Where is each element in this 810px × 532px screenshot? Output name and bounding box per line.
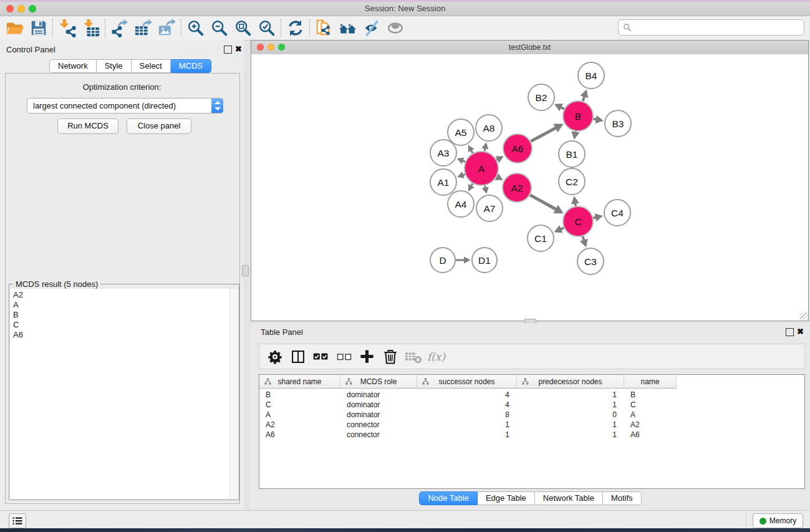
edge-A-A5[interactable] bbox=[468, 145, 475, 153]
open-session-icon[interactable] bbox=[3, 17, 27, 39]
column-header-successor-nodes[interactable]: successor nodes bbox=[417, 375, 517, 388]
birdseye-icon[interactable] bbox=[383, 17, 407, 39]
edge-C-C1[interactable] bbox=[554, 225, 564, 233]
homes-icon[interactable] bbox=[336, 17, 360, 39]
edge-C-C2[interactable] bbox=[571, 196, 579, 206]
table-float-panel-icon[interactable] bbox=[786, 328, 794, 336]
tab-style[interactable]: Style bbox=[97, 59, 132, 73]
node-C3[interactable]: C3 bbox=[577, 248, 604, 274]
edge-A6-B[interactable] bbox=[531, 123, 563, 141]
memory-button[interactable]: Memory bbox=[753, 513, 803, 528]
table-row[interactable]: A2connector11A2 bbox=[259, 420, 804, 430]
table-row[interactable]: Bdominator41B bbox=[259, 390, 804, 400]
delete-column-icon[interactable] bbox=[378, 346, 402, 368]
tab-node-table[interactable]: Node Table bbox=[419, 491, 478, 505]
select-all-columns-icon[interactable] bbox=[309, 346, 332, 368]
node-B4[interactable]: B4 bbox=[578, 62, 604, 89]
mcds-result-item[interactable]: C bbox=[13, 320, 230, 330]
mcds-result-item[interactable]: B bbox=[13, 310, 230, 320]
network-canvas[interactable]: AA1A2A3A4A5A6A7A8BB1B2B3B4CC1C2C3C4DD1 bbox=[251, 54, 808, 321]
node-A4[interactable]: A4 bbox=[448, 191, 474, 217]
node-A2[interactable]: A2 bbox=[503, 173, 531, 202]
zoom-fit-icon[interactable] bbox=[231, 17, 255, 39]
tab-select[interactable]: Select bbox=[132, 59, 171, 73]
task-history-button[interactable] bbox=[9, 513, 26, 528]
edge-A-A3[interactable] bbox=[457, 158, 465, 164]
edge-B-B2[interactable] bbox=[554, 104, 564, 111]
hide-details-icon[interactable] bbox=[360, 17, 383, 39]
add-column-icon[interactable] bbox=[355, 346, 378, 368]
mcds-result-item[interactable]: A6 bbox=[13, 330, 230, 340]
window-resize-grip[interactable] bbox=[800, 312, 808, 320]
mcds-result-item[interactable]: A bbox=[13, 300, 230, 310]
search-field[interactable] bbox=[618, 19, 804, 36]
column-header-MCDS-role[interactable]: MCDS role bbox=[340, 375, 417, 388]
edge-B-B1[interactable] bbox=[571, 131, 579, 139]
close-panel-icon[interactable]: ✖ bbox=[235, 44, 242, 54]
column-header-name[interactable]: name bbox=[624, 375, 677, 388]
refresh-icon[interactable] bbox=[284, 17, 307, 39]
node-C1[interactable]: C1 bbox=[528, 225, 554, 251]
node-A7[interactable]: A7 bbox=[476, 195, 503, 221]
show-columns-icon[interactable] bbox=[286, 346, 309, 368]
node-A[interactable]: A bbox=[465, 152, 498, 185]
tab-mcds[interactable]: MCDS bbox=[171, 59, 211, 73]
deselect-all-columns-icon[interactable] bbox=[332, 346, 355, 368]
window-titlebar[interactable]: Session: New Session bbox=[0, 2, 810, 16]
export-network-icon[interactable] bbox=[108, 17, 132, 39]
save-session-icon[interactable] bbox=[27, 17, 51, 39]
node-A3[interactable]: A3 bbox=[430, 140, 456, 166]
edge-C-C4[interactable] bbox=[593, 213, 603, 221]
node-A1[interactable]: A1 bbox=[430, 169, 456, 195]
node-A5[interactable]: A5 bbox=[448, 119, 474, 145]
node-C[interactable]: C bbox=[563, 206, 593, 236]
column-header-predecessor-nodes[interactable]: predecessor nodes bbox=[517, 375, 624, 388]
edge-A-A7[interactable] bbox=[482, 185, 489, 194]
node-C2[interactable]: C2 bbox=[559, 168, 585, 195]
node-D[interactable]: D bbox=[430, 248, 455, 273]
tab-network[interactable]: Network bbox=[49, 59, 97, 73]
edge-C-C3[interactable] bbox=[580, 236, 588, 248]
node-B[interactable]: B bbox=[563, 101, 593, 131]
criterion-select[interactable]: largest connected component (directed) bbox=[27, 98, 223, 114]
table-row[interactable]: A6connector11A6 bbox=[259, 430, 804, 440]
zoom-selected-icon[interactable] bbox=[255, 17, 279, 39]
edge-B-B4[interactable] bbox=[581, 89, 589, 101]
table-row[interactable]: Adominator80A bbox=[259, 410, 804, 420]
run-mcds-button[interactable]: Run MCDS bbox=[57, 118, 118, 134]
import-network-icon[interactable] bbox=[55, 17, 79, 39]
close-panel-button[interactable]: Close panel bbox=[127, 118, 191, 134]
node-C4[interactable]: C4 bbox=[604, 200, 630, 226]
node-B2[interactable]: B2 bbox=[528, 84, 554, 110]
edge-B-B3[interactable] bbox=[594, 115, 604, 123]
panel-splitter-handle[interactable] bbox=[242, 265, 249, 276]
clone-network-icon[interactable] bbox=[312, 17, 336, 39]
node-B3[interactable]: B3 bbox=[605, 110, 631, 137]
mcds-result-item[interactable]: A2 bbox=[13, 290, 230, 300]
edge-A2-C[interactable] bbox=[530, 195, 564, 214]
float-panel-icon[interactable] bbox=[224, 46, 232, 54]
mcds-result-scrollbar[interactable] bbox=[229, 289, 238, 499]
mcds-result-list[interactable]: A2ABCA6 bbox=[10, 289, 230, 499]
node-D1[interactable]: D1 bbox=[472, 248, 497, 273]
edge-A-A4[interactable] bbox=[468, 183, 475, 191]
table-settings-icon[interactable] bbox=[263, 346, 286, 368]
table-row[interactable]: Cdominator41C bbox=[259, 400, 804, 410]
tab-network-table[interactable]: Network Table bbox=[535, 491, 603, 505]
export-image-icon[interactable] bbox=[155, 17, 179, 39]
zoom-in-icon[interactable] bbox=[184, 17, 208, 39]
edge-A-A8[interactable] bbox=[481, 142, 488, 151]
node-A8[interactable]: A8 bbox=[476, 115, 502, 141]
tab-edge-table[interactable]: Edge Table bbox=[478, 491, 535, 505]
search-input[interactable] bbox=[632, 21, 804, 34]
edge-D-D1[interactable] bbox=[456, 256, 471, 263]
table-close-panel-icon[interactable]: ✖ bbox=[797, 327, 804, 336]
export-table-icon[interactable] bbox=[132, 17, 155, 39]
network-window-titlebar[interactable]: testGlobe.txt bbox=[251, 41, 808, 55]
tab-motifs[interactable]: Motifs bbox=[603, 491, 642, 505]
column-header-shared-name[interactable]: shared name bbox=[259, 375, 340, 388]
edge-A-A1[interactable] bbox=[457, 172, 465, 178]
node-B1[interactable]: B1 bbox=[559, 141, 585, 167]
import-table-icon[interactable] bbox=[79, 17, 103, 39]
node-A6[interactable]: A6 bbox=[503, 134, 532, 163]
